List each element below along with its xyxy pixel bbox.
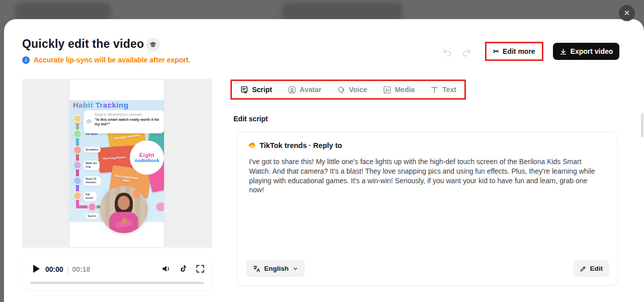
redo-icon[interactable]: [461, 46, 472, 57]
scissors-icon: ✂: [493, 48, 499, 55]
script-card: TikTok trends · Reply to I've got to sha…: [236, 132, 618, 286]
page-scrollbar[interactable]: [641, 113, 643, 137]
background-blob: [15, 3, 111, 20]
lip-sync-notice: i Accurate lip-sync will be available af…: [22, 56, 190, 64]
player-bar: 00:00 | 00:18: [22, 256, 212, 290]
timeline-label: Breakfast: [84, 147, 101, 153]
timeline-dot: [73, 176, 82, 185]
artwork-title: Habit Tracking: [73, 101, 128, 109]
chevron-down-icon: [292, 266, 298, 272]
script-icon: [240, 86, 249, 94]
audiobook-line1: Eight: [139, 152, 154, 159]
time-display: 00:00 | 00:18: [45, 265, 90, 273]
undo-icon[interactable]: [442, 46, 453, 57]
fire-icon: [249, 142, 255, 149]
presenter-face: [118, 196, 130, 210]
script-card-header: TikTok trends · Reply to: [249, 141, 342, 149]
export-video-button[interactable]: Export video: [553, 43, 619, 60]
tab-avatar-label: Avatar: [300, 86, 321, 94]
audiobook-line2: Audiobook: [134, 158, 159, 163]
edit-script-button[interactable]: Edit: [573, 260, 610, 277]
audiobook-badge: Eight Audiobook: [130, 140, 164, 175]
presenter-hand: [122, 218, 127, 224]
media-icon: [383, 86, 391, 94]
comment-bubble: ··· Reply to VibrantVictor's comment "Is…: [84, 110, 164, 133]
balloon-decor: [132, 190, 140, 198]
comment-reply-label: Reply to VibrantVictor's comment: [95, 113, 161, 116]
tiktok-icon[interactable]: [178, 264, 188, 274]
avatar-icon: [288, 86, 296, 94]
edit-button-label: Edit: [590, 265, 603, 272]
commenter-avatar: [86, 119, 92, 123]
tab-text-label: Text: [442, 86, 456, 94]
download-icon: [559, 48, 567, 55]
tab-media-label: Media: [395, 86, 415, 94]
edit-script-label: Edit script: [233, 115, 268, 123]
timeline-dot: [88, 202, 97, 211]
tab-script-label: Script: [252, 86, 272, 94]
timeline-label: Eat lunch: [84, 192, 97, 201]
notice-text: Accurate lip-sync will be available afte…: [34, 56, 190, 64]
editor-tabs: Script Avatar Voice Media Text: [232, 81, 464, 98]
graduation-cap-icon[interactable]: [146, 38, 160, 52]
script-text[interactable]: I've got to share this! My little one's …: [249, 157, 601, 195]
play-icon[interactable]: [33, 265, 40, 273]
edit-more-label: Edit more: [503, 47, 535, 55]
edit-video-modal: Quickly edit the video i Accurate lip-sy…: [4, 19, 644, 302]
timeline-label: Read 10 minutes: [84, 176, 101, 186]
timeline-label: Walk the dog: [84, 161, 100, 170]
timeline-dot: [73, 145, 82, 155]
comment-quote: "Is this smart watch really worth it for…: [95, 117, 161, 126]
tab-script[interactable]: Script: [240, 86, 272, 94]
background-blob: [282, 3, 403, 20]
pencil-icon: [580, 265, 587, 272]
tab-voice-label: Voice: [349, 86, 367, 94]
fullscreen-icon[interactable]: [195, 264, 205, 274]
duration: 00:18: [72, 265, 90, 273]
timeline-label: Sports: [86, 213, 99, 219]
text-icon: [430, 86, 439, 94]
tab-voice[interactable]: Voice: [337, 86, 367, 94]
info-icon: i: [22, 56, 30, 64]
timeline-dot: [73, 129, 82, 138]
page-title: Quickly edit the video: [22, 37, 144, 51]
current-time: 00:00: [45, 265, 63, 273]
timeline-dot: [73, 191, 82, 200]
tab-text[interactable]: Text: [430, 86, 456, 94]
video-canvas[interactable]: Habit Tracking our teeth Breakfast Walk …: [69, 79, 165, 248]
timeline-dot: [73, 161, 82, 170]
voice-icon: [337, 86, 346, 94]
tab-media[interactable]: Media: [383, 86, 415, 94]
translate-icon: [253, 265, 261, 273]
close-icon[interactable]: ✕: [619, 5, 635, 21]
video-preview-panel: Habit Tracking our teeth Breakfast Walk …: [22, 79, 212, 248]
clock-icon: [73, 114, 82, 123]
time-separator: |: [67, 265, 69, 273]
edit-more-button[interactable]: ✂ Edit more: [488, 44, 541, 58]
language-selector[interactable]: English: [246, 260, 305, 277]
more-dots-icon: ···: [87, 113, 93, 118]
progress-bar[interactable]: [30, 282, 204, 284]
script-card-title: TikTok trends · Reply to: [260, 141, 342, 149]
tab-avatar[interactable]: Avatar: [288, 86, 321, 94]
export-video-label: Export video: [571, 47, 613, 55]
volume-icon[interactable]: [161, 264, 171, 274]
language-label: English: [264, 265, 289, 272]
timeline-dot: [156, 202, 165, 211]
presenter-avatar: [100, 186, 147, 233]
